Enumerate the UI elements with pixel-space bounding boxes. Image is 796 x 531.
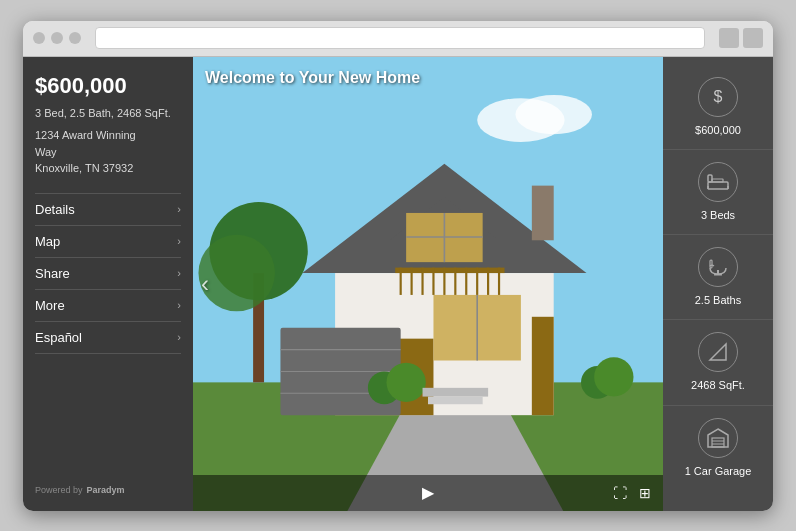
browser-window: $600,000 3 Bed, 2.5 Bath, 2468 SqFt. 123…	[23, 21, 773, 511]
svg-point-36	[198, 234, 275, 311]
browser-action-btn-1[interactable]	[719, 28, 739, 48]
chevron-right-icon: ›	[177, 299, 181, 311]
svg-point-31	[386, 362, 425, 401]
nav-item-details[interactable]: Details ›	[35, 193, 181, 225]
welcome-title: Welcome to Your New Home	[205, 69, 420, 87]
svg-rect-37	[423, 387, 489, 396]
svg-line-49	[710, 344, 726, 360]
bed-icon	[698, 162, 738, 202]
prev-button[interactable]: ‹	[201, 270, 209, 298]
nav-item-share[interactable]: Share ›	[35, 257, 181, 289]
svg-rect-46	[714, 274, 722, 276]
play-button[interactable]: ▶	[422, 483, 434, 502]
svg-rect-45	[717, 270, 719, 274]
right-sidebar: $ $600,000 3 Beds	[663, 57, 773, 511]
browser-min-btn[interactable]	[51, 32, 63, 44]
baths-label: 2.5 Baths	[695, 293, 741, 307]
fullscreen-icon[interactable]: ⛶	[613, 485, 627, 501]
svg-rect-9	[532, 316, 554, 414]
bottom-icons: ⛶ ⊞	[613, 485, 651, 501]
chevron-right-icon: ›	[177, 203, 181, 215]
browser-chrome	[23, 21, 773, 57]
chevron-right-icon: ›	[177, 331, 181, 343]
svg-rect-40	[708, 182, 728, 189]
property-price: $600,000	[35, 73, 181, 99]
garage-label: 1 Car Garage	[685, 464, 752, 478]
svg-rect-42	[712, 179, 723, 182]
bath-icon	[698, 247, 738, 287]
svg-point-33	[594, 357, 633, 396]
bottom-bar: ▶ ⛶ ⊞	[193, 475, 663, 511]
stat-beds: 3 Beds	[663, 150, 773, 235]
price-icon: $	[698, 77, 738, 117]
price-label: $600,000	[695, 123, 741, 137]
main-content: Welcome to Your New Home ‹ ▶ ⛶ ⊞	[193, 57, 663, 511]
stat-baths: 2.5 Baths	[663, 235, 773, 320]
nav-menu: Details › Map › Share › More › Español	[35, 193, 181, 354]
property-address: 1234 Award Winning Way Knoxville, TN 379…	[35, 127, 181, 177]
browser-max-btn[interactable]	[69, 32, 81, 44]
chevron-right-icon: ›	[177, 267, 181, 279]
svg-point-2	[515, 94, 592, 133]
garage-icon	[698, 418, 738, 458]
svg-rect-39	[532, 185, 554, 240]
grid-icon[interactable]: ⊞	[639, 485, 651, 501]
svg-rect-38	[428, 396, 483, 404]
nav-item-map[interactable]: Map ›	[35, 225, 181, 257]
property-details: 3 Bed, 2.5 Bath, 2468 SqFt.	[35, 105, 181, 122]
beds-label: 3 Beds	[701, 208, 735, 222]
sqft-icon	[698, 332, 738, 372]
stat-price: $ $600,000	[663, 65, 773, 150]
svg-rect-47	[710, 260, 712, 268]
powered-by: Powered by Paradym	[35, 485, 181, 495]
browser-close-btn[interactable]	[33, 32, 45, 44]
sqft-label: 2468 SqFt.	[691, 378, 745, 392]
svg-rect-51	[712, 438, 724, 447]
stat-garage: 1 Car Garage	[663, 406, 773, 490]
nav-item-espanol[interactable]: Español ›	[35, 321, 181, 354]
url-bar[interactable]	[95, 27, 705, 49]
nav-item-more[interactable]: More ›	[35, 289, 181, 321]
app-body: $600,000 3 Bed, 2.5 Bath, 2468 SqFt. 123…	[23, 57, 773, 511]
browser-action-btn-2[interactable]	[743, 28, 763, 48]
stat-sqft: 2468 SqFt.	[663, 320, 773, 405]
left-sidebar: $600,000 3 Bed, 2.5 Bath, 2468 SqFt. 123…	[23, 57, 193, 511]
chevron-right-icon: ›	[177, 235, 181, 247]
